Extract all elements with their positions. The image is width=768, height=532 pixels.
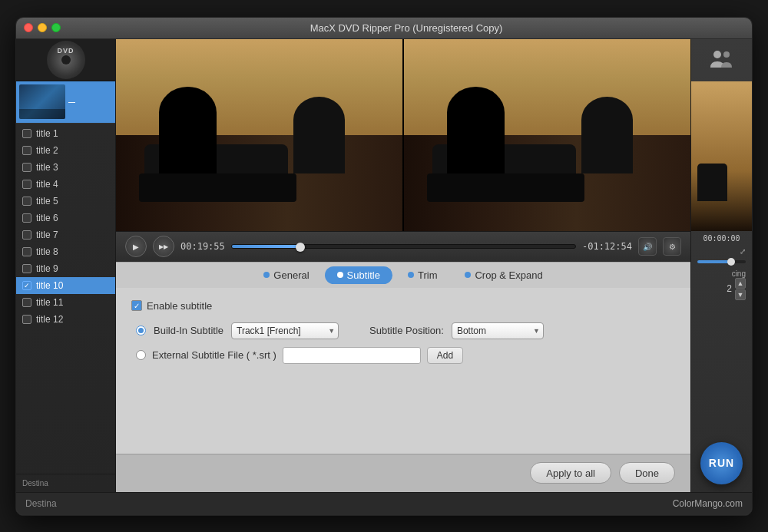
add-subtitle-button[interactable]: Add — [427, 347, 463, 364]
start-label: RUN — [709, 457, 734, 469]
fast-forward-button[interactable]: ▶▶ — [153, 236, 174, 257]
title-label-3: title 3 — [36, 162, 58, 173]
title-item-4[interactable]: title 4 — [16, 176, 115, 193]
track-select[interactable]: Track1 [French] Track2 [English] — [231, 322, 339, 339]
tab-subtitle-dot — [337, 272, 343, 278]
title-checkbox-4[interactable] — [22, 180, 31, 189]
volume-button[interactable]: 🔊 — [638, 237, 657, 256]
title-checkbox-12[interactable] — [22, 315, 31, 324]
title-checkbox-7[interactable] — [22, 230, 31, 240]
video-scene-right — [404, 39, 690, 231]
title-label-8: title 8 — [36, 246, 58, 257]
subtitle-position-label: Subtitle Position: — [369, 325, 444, 336]
tab-crop-expand-label: Crop & Expand — [475, 269, 542, 281]
sidebar-thumbnail[interactable]: — — [16, 81, 115, 124]
title-checkbox-3[interactable] — [22, 163, 31, 172]
title-item-9[interactable]: title 9 — [16, 260, 115, 277]
close-button[interactable] — [24, 23, 33, 32]
video-preview — [116, 39, 690, 231]
title-label-4: title 4 — [36, 179, 58, 190]
title-label-2: title 2 — [36, 145, 58, 156]
title-label-5: title 5 — [36, 196, 58, 207]
title-checkbox-11[interactable] — [22, 298, 31, 307]
main-content: DVD — title 1 title 2 tit — [16, 39, 752, 492]
external-subtitle-input[interactable] — [283, 347, 421, 364]
play-button[interactable]: ▶ — [125, 236, 147, 257]
traffic-lights — [24, 23, 61, 32]
settings-button[interactable]: ⚙ — [663, 237, 681, 256]
progress-fill — [232, 245, 300, 248]
title-checkbox-8[interactable] — [22, 247, 31, 256]
thumb-image — [19, 84, 65, 119]
maximize-button[interactable] — [51, 23, 61, 32]
title-item-10[interactable]: title 10 — [16, 277, 115, 294]
tab-subtitle-label: Subtitle — [347, 269, 380, 281]
enable-subtitle-row: Enable subtitle — [131, 300, 675, 312]
done-button[interactable]: Done — [619, 462, 675, 484]
tab-crop-expand[interactable]: Crop & Expand — [452, 266, 554, 284]
title-item-12[interactable]: title 12 — [16, 311, 115, 328]
external-subtitle-radio[interactable] — [136, 350, 146, 360]
title-item-3[interactable]: title 3 — [16, 159, 115, 176]
position-select[interactable]: Bottom Top Center — [452, 322, 544, 339]
right-panel: 00:00:00 ⤢ cing 2 ▲ ▼ — [690, 39, 752, 492]
right-progress-thumb[interactable] — [727, 258, 735, 266]
dvd-label: DVD — [57, 47, 74, 55]
tab-general-dot — [263, 272, 270, 278]
title-list: title 1 title 2 title 3 title 4 title 5 — [16, 124, 115, 474]
title-item-6[interactable]: title 6 — [16, 210, 115, 226]
tab-subtitle[interactable]: Subtitle — [325, 266, 392, 284]
external-subtitle-row: External Subtitle File ( *.srt ) Add — [136, 347, 675, 364]
sidebar-destination: Destina — [16, 474, 115, 492]
title-checkbox-1[interactable] — [22, 129, 31, 138]
enable-subtitle-label: Enable subtitle — [147, 300, 212, 312]
right-progress-track[interactable] — [697, 260, 746, 263]
enable-subtitle-checkbox[interactable] — [131, 300, 142, 311]
title-item-5[interactable]: title 5 — [16, 193, 115, 210]
start-button[interactable]: RUN — [700, 442, 743, 484]
expand-icon[interactable]: ⤢ — [740, 247, 746, 256]
title-checkbox-6[interactable] — [22, 213, 31, 223]
title-item-8[interactable]: title 8 — [16, 243, 115, 260]
title-item-1[interactable]: title 1 — [16, 125, 115, 142]
title-label-11: title 11 — [36, 297, 63, 308]
title-label-6: title 6 — [36, 213, 58, 223]
tab-general-label: General — [273, 269, 309, 281]
action-bar: Apply to all Done — [116, 454, 690, 492]
center-panel: ▶ ▶▶ 00:19:55 -01:12:54 🔊 ⚙ General — [116, 39, 690, 492]
track-select-wrapper: Track1 [French] Track2 [English] — [231, 322, 339, 339]
external-subtitle-label: External Subtitle File ( *.srt ) — [152, 349, 276, 361]
title-checkbox-10[interactable] — [22, 281, 31, 290]
video-pane-right — [404, 39, 690, 231]
stepper-up-button[interactable]: ▲ — [735, 278, 746, 289]
right-time-display: 00:00:00 — [691, 231, 752, 246]
buildin-subtitle-radio[interactable] — [136, 325, 146, 335]
svg-point-1 — [723, 51, 730, 58]
title-item-7[interactable]: title 7 — [16, 226, 115, 243]
right-stepper: 2 ▲ ▼ — [697, 278, 746, 300]
title-checkbox-2[interactable] — [22, 146, 31, 155]
title-item-2[interactable]: title 2 — [16, 142, 115, 159]
dvd-icon: DVD — [47, 41, 85, 79]
tab-trim[interactable]: Trim — [396, 266, 450, 284]
colormango-brand: ColorMango.com — [673, 498, 743, 509]
destination-label: Destina — [22, 479, 48, 487]
thumb-label: — — [68, 98, 75, 106]
progress-track[interactable] — [231, 244, 576, 249]
right-controls: cing 2 ▲ ▼ — [691, 266, 752, 303]
apply-to-all-button[interactable]: Apply to all — [530, 462, 611, 484]
progress-thumb[interactable] — [296, 243, 305, 252]
minimize-button[interactable] — [38, 23, 47, 32]
tab-trim-label: Trim — [418, 269, 438, 281]
title-checkbox-5[interactable] — [22, 197, 31, 206]
title-checkbox-9[interactable] — [22, 264, 31, 273]
people-icon[interactable] — [707, 45, 737, 75]
controls-bar: ▶ ▶▶ 00:19:55 -01:12:54 🔊 ⚙ — [116, 231, 690, 262]
right-top — [691, 39, 752, 81]
stepper-down-button[interactable]: ▼ — [735, 289, 746, 300]
time-current: 00:19:55 — [180, 241, 225, 252]
svg-point-0 — [713, 51, 721, 58]
settings-panel: Enable subtitle Build-In Subtitle Track1… — [116, 288, 690, 454]
tab-general[interactable]: General — [251, 266, 321, 284]
title-item-11[interactable]: title 11 — [16, 294, 115, 311]
